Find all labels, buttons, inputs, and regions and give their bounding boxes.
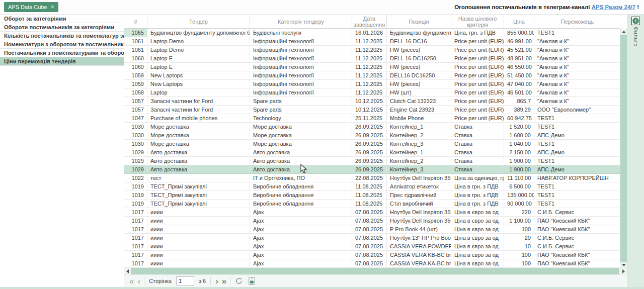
table-cell: 51 450.00 <box>504 71 534 80</box>
table-cell: Інформаційні технології <box>250 88 352 97</box>
table-cell: 07.08.2025 <box>352 242 387 251</box>
telegram-channel-link[interactable]: APS Разом 24/7 <box>592 4 635 10</box>
table-row[interactable]: 1059New LaptopsІнформаційні технології11… <box>124 80 620 88</box>
table-cell: Price per unit (EUR) <box>451 97 504 106</box>
table-cell: Інформаційні технології <box>250 63 352 71</box>
column-header-5[interactable]: Назва цінового критерія <box>451 15 504 28</box>
table-row[interactable]: 1060Laptop EІнформаційні технології11.12… <box>124 63 620 71</box>
vertical-scrollbar[interactable] <box>620 29 627 268</box>
table-row[interactable]: 1057Запасні частини for FordSpare parts1… <box>124 97 620 106</box>
vertical-scrollbar-thumb[interactable] <box>620 35 627 262</box>
table-cell: Ціна в євро за од <box>451 234 504 242</box>
table-cell: 1029 <box>124 157 147 165</box>
table-cell: 1060 <box>124 54 147 63</box>
table-row[interactable]: 1030Море доставкаМоре доставка26.09.2025… <box>124 123 620 131</box>
table-row[interactable]: 1017ииииAjax07.08.2025P Pro Book 44 (шт)… <box>124 225 620 234</box>
column-header-1[interactable]: Тендер <box>147 15 250 28</box>
table-cell: Price per unit (EUR) <box>451 71 504 80</box>
table-cell: TEST1 <box>534 200 620 208</box>
column-header-7[interactable]: Переможець <box>534 15 620 28</box>
table-cell: 2 150.00 <box>504 148 534 157</box>
table-row[interactable]: 1017ииииAjax07.08.2025Ноутбук 13" HP Pro… <box>124 234 620 242</box>
table-row[interactable]: 1029Авто доставкаАвто доставка26.09.2025… <box>124 165 620 174</box>
table-cell: 07.08.2025 <box>352 225 387 234</box>
table-row[interactable]: 1060Laptop EІнформаційні технології11.12… <box>124 54 620 63</box>
table-row[interactable]: 1017ииииAjax07.08.2025CASSIA VERA POWDER… <box>124 242 620 251</box>
table-row[interactable]: 1019ТЕСТ_Прямі закупівліВиробниче обладн… <box>124 191 620 200</box>
table-cell: 1030 <box>124 140 147 148</box>
sidebar-item-1[interactable]: Обороти постачальників за категоріями <box>0 23 124 32</box>
table-cell: 26.09.2025 <box>352 140 387 148</box>
last-page-button[interactable]: » <box>222 277 225 285</box>
export-excel-icon[interactable] <box>248 277 256 285</box>
table-row[interactable]: 1017ииииAjax07.08.2025Ноутбук Dell Inspi… <box>124 217 620 225</box>
table-row[interactable]: 1058LaptopІнформаційні технології11.12.2… <box>124 88 620 97</box>
table-cell: ииии <box>147 225 250 234</box>
scroll-right-icon[interactable] <box>620 269 627 273</box>
column-header-6[interactable]: Ціна <box>504 15 534 28</box>
table-row[interactable]: 1061Laptop DemoІнформаційні технології11… <box>124 46 620 54</box>
table-cell: TEST1 <box>534 29 620 37</box>
sidebar-item-5[interactable]: Ціни переможців тендерів <box>0 57 124 66</box>
close-icon[interactable]: × <box>51 4 54 10</box>
table-row[interactable]: 1019ТЕСТ_Прямі закупівліВиробниче обладн… <box>124 182 620 191</box>
table-cell: Виробниче обладнання <box>250 200 352 208</box>
table-cell: Авто доставка <box>147 165 250 174</box>
table-row[interactable]: 1029Авто доставкаАвто доставка26.09.2025… <box>124 157 620 165</box>
refresh-icon[interactable] <box>235 277 243 285</box>
table-row[interactable]: 1017ииииAjax07.08.2025Ноутбук Dell Inspi… <box>124 208 620 217</box>
column-header-2[interactable]: Категорія тендеру <box>250 15 352 28</box>
scroll-left-icon[interactable] <box>124 269 131 273</box>
table-cell: Аплікатор етикеток <box>387 182 451 191</box>
table-cell: New Laptops <box>147 80 250 88</box>
table-cell: 1 600.00 <box>504 131 534 140</box>
announcement: Оголошення постачальників в телеграм-кан… <box>454 4 639 10</box>
scroll-down-icon[interactable] <box>620 262 627 268</box>
table-cell: 07.08.2025 <box>352 217 387 225</box>
sidebar-item-3[interactable]: Номенклатури з оборотом та постачальника… <box>0 40 124 49</box>
table-row[interactable]: 1017ииииAjax07.08.2025CASSIA VERA KB-BC … <box>124 251 620 259</box>
table-row[interactable]: 1047Purchase of mobile phonesTechnology2… <box>124 114 620 123</box>
table-cell: Price per unit (EUR) <box>451 37 504 46</box>
table-row[interactable]: 1030Море доставкаМоре доставка26.09.2025… <box>124 140 620 148</box>
horizontal-scrollbar[interactable] <box>124 268 627 274</box>
sidebar-item-2[interactable]: Кількість постачальників та номенклатур … <box>0 32 124 40</box>
tab-aps-data-cube[interactable]: APS Data Cube × <box>4 2 58 12</box>
column-header-4[interactable]: Позиція <box>387 15 451 28</box>
table-cell: 1 100.00 <box>504 217 534 225</box>
table-row[interactable]: 1017ииииAjax07.08.2025CASSIA VERA KA-BC … <box>124 259 620 268</box>
table-cell: CASSIA VERA KB-BC broken : V.O <box>387 251 451 259</box>
table-row[interactable]: 1061Laptop DemoІнформаційні технології11… <box>124 37 620 46</box>
table-cell: 1057 <box>124 106 147 114</box>
column-header-0[interactable]: # <box>124 15 147 28</box>
table-cell: HW (pieces) <box>387 63 451 71</box>
next-page-button[interactable]: › <box>215 277 217 285</box>
table-row[interactable]: 1029Авто доставкаАвто доставка26.09.2025… <box>124 148 620 157</box>
table-row[interactable]: 1065Будівництво фундаменту допоміжної бу… <box>124 29 620 37</box>
table-cell: CASSIA VERA KA-BC broken : V.O <box>387 259 451 268</box>
sidebar-item-4[interactable]: Постачальники з номенклатурами та оборот… <box>0 49 124 57</box>
table-cell: "Анклав и К" <box>534 80 620 88</box>
table-cell: ииии <box>147 259 250 268</box>
horizontal-scrollbar-thumb[interactable] <box>131 268 619 274</box>
table-cell: Laptop E <box>147 63 250 71</box>
table-row[interactable]: 1059New LaptopsІнформаційні технології11… <box>124 71 620 80</box>
table-cell: Price per unit (EUR) <box>451 46 504 54</box>
first-page-button[interactable]: « <box>129 277 133 285</box>
expand-filter-button[interactable]: ‹ <box>631 17 640 25</box>
chevron-left-circle-icon: ‹ <box>632 18 639 24</box>
table-row[interactable]: 1057Запасні частини for FordSpare parts1… <box>124 106 620 114</box>
table-row[interactable]: 1022тестІТ и Оргтехника, ПО22.08.2025Ноу… <box>124 174 620 182</box>
sidebar-item-0[interactable]: Оборот за категоріями <box>0 15 124 23</box>
page-number-input[interactable] <box>176 276 194 285</box>
scroll-up-icon[interactable] <box>620 29 627 35</box>
table-cell: Ціна в євро за од <box>451 208 504 217</box>
prev-page-button[interactable]: ‹ <box>137 277 139 285</box>
table-cell: Ціна в грн. з ПДВ <box>451 200 504 208</box>
table-row[interactable]: 1030Море доставкаМоре доставка26.09.2025… <box>124 131 620 140</box>
table-row[interactable]: 1019ТЕСТ_Прямі закупівліВиробниче обладн… <box>124 200 620 208</box>
table-cell: Контейнер_2 <box>387 157 451 165</box>
table-cell: 1017 <box>124 208 147 217</box>
column-header-3[interactable]: Дата завершення <box>352 15 387 28</box>
table-cell: Стіл виробничий <box>387 200 451 208</box>
